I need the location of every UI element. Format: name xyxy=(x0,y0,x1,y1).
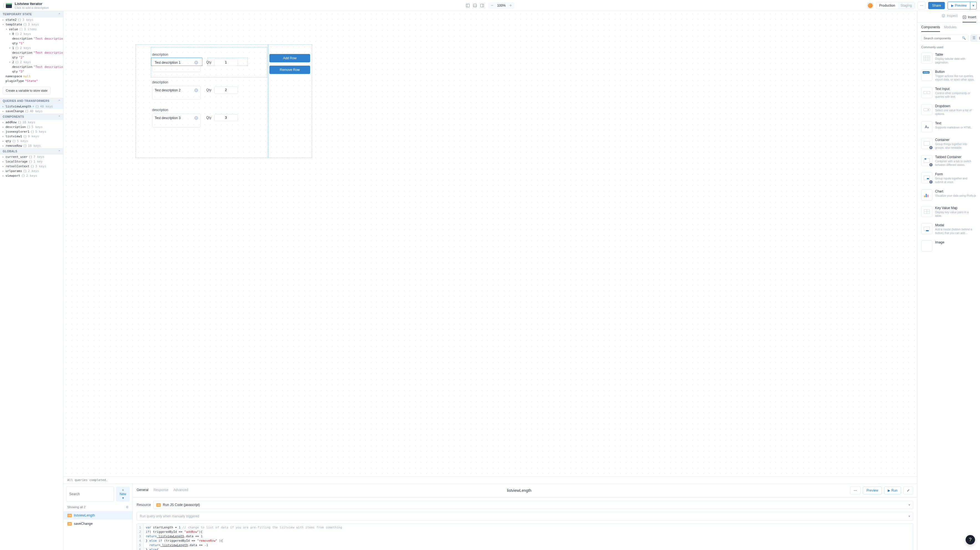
env-production[interactable]: Production xyxy=(877,2,898,9)
section-temporary-state[interactable]: TEMPORARY STATE⌃ xyxy=(0,11,63,17)
tree-item-1-qty[interactable]: qty "2" xyxy=(0,55,63,60)
tree-global-viewport[interactable]: ▸viewport {} 2 keys xyxy=(0,173,63,178)
code-editor[interactable]: 1234567 var startLength = 1 // change to… xyxy=(137,523,913,550)
description-input[interactable]: Test description 2✕ xyxy=(152,86,200,100)
component-form[interactable]: +FormGroup inputs together and submit at… xyxy=(921,170,976,187)
clear-input-icon[interactable]: ✕ xyxy=(194,116,198,120)
tab-insert[interactable]: Insert xyxy=(963,14,976,22)
drag-handle-icon[interactable] xyxy=(3,3,4,7)
tree-namespace[interactable]: namespace null xyxy=(0,74,63,79)
component-button[interactable]: ActionButtonTrigger actions like run que… xyxy=(921,67,976,84)
component-tabbed-container[interactable]: +Tabbed ContainerContainer with a tab to… xyxy=(921,152,976,170)
tree-comp-qty[interactable]: ▸qty {} 5 keys xyxy=(0,139,63,143)
tab-response[interactable]: Response xyxy=(154,488,169,493)
help-button[interactable]: ? xyxy=(966,535,975,544)
query-preview-button[interactable]: Preview xyxy=(863,487,882,495)
tree-comp-listview[interactable]: ▸listview1 {} 9 keys xyxy=(0,134,63,139)
tree-global-urlparams[interactable]: ▸urlparams {} 2 keys xyxy=(0,169,63,173)
list-view-button[interactable]: ☰ xyxy=(971,35,977,41)
preview-dropdown[interactable]: ▾ xyxy=(970,2,977,10)
component-search-input[interactable] xyxy=(924,36,962,40)
tree-item-0-qty[interactable]: qty "1" xyxy=(0,41,63,46)
component-image[interactable]: Image xyxy=(921,238,976,254)
subtab-modules[interactable]: Modules xyxy=(944,25,956,32)
tree-item-0-desc[interactable]: description "Test description 1" xyxy=(0,36,63,41)
component-chart[interactable]: ChartVisualize your data using Plotly.js xyxy=(921,187,976,203)
tree-value[interactable]: ▾value [] 3 items xyxy=(0,27,63,32)
tree-tempstate[interactable]: ▾tempState {} 3 keys xyxy=(0,22,63,27)
share-button[interactable]: Share xyxy=(928,2,945,9)
tree-item-1[interactable]: ▾1 {} 2 keys xyxy=(0,46,63,51)
zoom-in-button[interactable]: + xyxy=(508,3,513,8)
section-globals[interactable]: GLOBALS⌃ xyxy=(0,148,63,155)
listview-row[interactable]: description Test description 3✕ Qty xyxy=(152,108,238,127)
tree-state2[interactable]: ▸state2 {} 3 keys xyxy=(0,17,63,22)
tree-global-localstorage[interactable]: ▸localStorage {} 1 key xyxy=(0,159,63,164)
tree-global-currentuser[interactable]: ▸current_user {} 7 keys xyxy=(0,155,63,159)
description-input[interactable]: Test description 1✕ xyxy=(152,58,200,72)
tree-item-2[interactable]: ▾2 {} 2 keys xyxy=(0,60,63,65)
query-search-input[interactable] xyxy=(66,487,114,501)
component-text-input[interactable]: IText InputControl other components or q… xyxy=(921,84,976,101)
tree-comp-addrow[interactable]: ▸addRow {} 18 keys xyxy=(0,120,63,125)
tree-comp-removerow[interactable]: ▸removeRow {} 18 keys xyxy=(0,143,63,148)
app-title-block: Listview Iterator Click to add a descrip… xyxy=(15,2,49,10)
qty-input[interactable] xyxy=(214,86,238,94)
add-row-button[interactable]: Add Row xyxy=(269,54,310,62)
component-modal[interactable]: ModalAdd a modal (hidden behind a button… xyxy=(921,220,976,238)
listview-row[interactable]: description Test description 1✕ Qty xyxy=(152,52,238,72)
trigger-select[interactable]: Run query only when manually triggered▾ xyxy=(137,512,913,521)
clear-input-icon[interactable]: ✕ xyxy=(194,88,198,92)
toggle-right-panel-icon[interactable] xyxy=(480,3,484,8)
tree-query-savechange[interactable]: ▸saveChange {} 40 keys xyxy=(0,109,63,114)
preview-button[interactable]: ▶ Preview xyxy=(948,2,970,10)
toggle-left-panel-icon[interactable] xyxy=(466,3,470,8)
remove-row-button[interactable]: Remove Row xyxy=(269,66,310,74)
toggle-bottom-panel-icon[interactable] xyxy=(473,3,477,8)
tree-item-2-qty[interactable]: qty "3" xyxy=(0,69,63,74)
query-filter-icon[interactable]: ⚙ xyxy=(126,506,129,509)
tree-global-retoolcontext[interactable]: ▸retoolContext {} 3 keys xyxy=(0,164,63,169)
design-canvas[interactable]: description Test description 1✕ Qty desc… xyxy=(64,11,917,476)
tree-plugintype[interactable]: pluginType "State" xyxy=(0,79,63,83)
component-keyvalue[interactable]: Key Value MapDisplay key value pairs in … xyxy=(921,203,976,220)
query-expand-button[interactable]: ⤢ xyxy=(903,487,913,495)
new-query-button[interactable]: + New ▾ xyxy=(116,487,130,501)
tab-general[interactable]: General xyxy=(137,488,148,493)
tree-item-1-desc[interactable]: description "Test description 2" xyxy=(0,51,63,55)
description-input[interactable]: Test description 3✕ xyxy=(152,114,200,127)
user-avatar[interactable] xyxy=(867,3,873,9)
app-title[interactable]: Listview Iterator xyxy=(15,2,49,6)
qty-input[interactable] xyxy=(214,114,238,121)
tree-comp-jsonexplorer[interactable]: ▸jsonexplorer1 {} 5 keys xyxy=(0,129,63,134)
create-variable-button[interactable]: Create a variable to store state xyxy=(3,87,51,94)
tree-comp-description[interactable]: ▸description {} 5 keys xyxy=(0,125,63,129)
grid-view-button[interactable]: ▦ xyxy=(977,35,980,41)
more-menu-button[interactable]: ⋯ xyxy=(918,2,925,10)
component-table[interactable]: TableDisplay tabular data with paginatio… xyxy=(921,50,976,67)
subtab-components[interactable]: Components xyxy=(921,25,940,32)
tab-advanced[interactable]: Advanced xyxy=(173,488,188,493)
qty-input[interactable] xyxy=(214,59,238,66)
tree-query-listviewlength[interactable]: ▸listviewLength ⚡ {} 40 keys xyxy=(0,104,63,109)
query-more-button[interactable]: ⋯ xyxy=(850,487,861,495)
resource-select[interactable]: JSRun JS Code (javascript)▾ xyxy=(153,501,913,509)
section-components[interactable]: COMPONENTS⌃ xyxy=(0,114,63,120)
app-subtitle[interactable]: Click to add a description xyxy=(15,6,49,10)
section-queries[interactable]: QUERIES AND TRANSFORMERS⌃ xyxy=(0,98,63,104)
query-item-listviewlength[interactable]: JSlistviewLength xyxy=(64,511,132,520)
component-dropdown[interactable]: ▼DropdownSelect one value from a list of… xyxy=(921,101,976,119)
query-title[interactable]: listviewLength xyxy=(507,488,531,493)
listview-row[interactable]: description Test description 2✕ Qty xyxy=(152,80,238,100)
tree-item-2-desc[interactable]: description "Test description 3" xyxy=(0,65,63,69)
description-label: description xyxy=(152,52,200,57)
component-container[interactable]: +ContainerGroup things together into gro… xyxy=(921,135,976,152)
query-item-savechange[interactable]: JSsaveChange xyxy=(64,520,132,528)
clear-input-icon[interactable]: ✕ xyxy=(194,61,198,65)
env-staging[interactable]: Staging xyxy=(898,2,915,9)
component-text[interactable]: AaTextSupports markdown or HTML. xyxy=(921,119,976,135)
query-run-button[interactable]: ▶ Run xyxy=(884,487,901,495)
zoom-out-button[interactable]: − xyxy=(490,3,495,8)
tree-item-0[interactable]: ▾0 {} 2 keys xyxy=(0,32,63,36)
tab-inspect[interactable]: Inspect xyxy=(942,14,958,19)
